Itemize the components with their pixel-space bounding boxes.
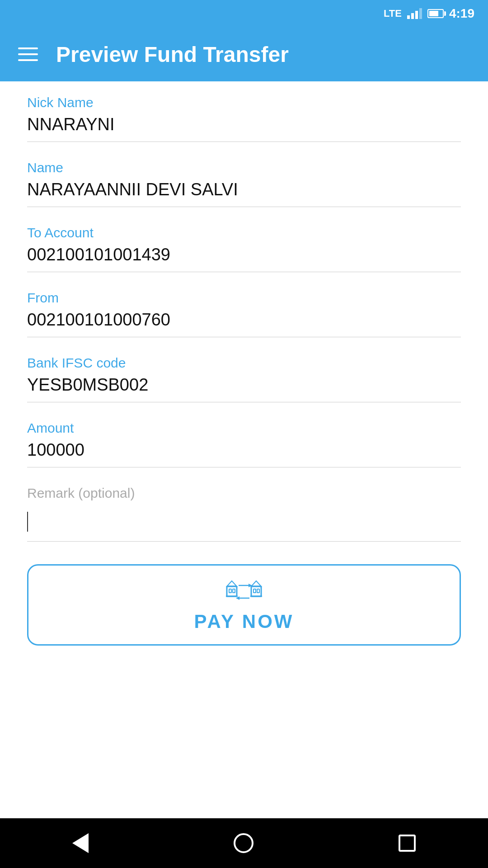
page-title: Preview Fund Transfer [56, 42, 289, 67]
signal-bar-2 [411, 13, 414, 19]
nav-back-button[interactable] [72, 833, 89, 853]
recents-icon [399, 835, 416, 852]
svg-rect-1 [229, 589, 231, 593]
bank-ifsc-field-group: Bank IFSC code YESB0MSB002 [27, 355, 461, 402]
amount-value: 100000 [27, 440, 461, 467]
nick-name-field-group: Nick Name NNARAYNI [27, 95, 461, 142]
remark-field-group: Remark (optional) [27, 486, 461, 542]
hamburger-menu-icon[interactable] [18, 47, 38, 61]
battery-fill [429, 11, 438, 16]
from-value: 002100101000760 [27, 310, 461, 337]
pay-now-button[interactable]: PAY NOW [27, 564, 461, 646]
main-content: Nick Name NNARAYNI Name NARAYAANNII DEVI… [0, 81, 488, 818]
nav-recents-button[interactable] [399, 835, 416, 852]
hamburger-line-1 [18, 47, 38, 49]
name-field-group: Name NARAYAANNII DEVI SALVI [27, 160, 461, 207]
signal-bars [407, 8, 422, 19]
signal-bar-1 [407, 15, 410, 19]
bottom-nav [0, 818, 488, 868]
nav-home-button[interactable] [234, 833, 253, 853]
home-icon [234, 833, 253, 853]
svg-rect-8 [257, 589, 259, 593]
svg-rect-7 [253, 589, 256, 593]
from-field-group: From 002100101000760 [27, 290, 461, 337]
from-label: From [27, 290, 461, 306]
app-bar: Preview Fund Transfer [0, 27, 488, 81]
signal-bar-4 [419, 8, 422, 19]
name-label: Name [27, 160, 461, 175]
signal-bar-3 [415, 11, 418, 19]
text-cursor [27, 512, 28, 532]
svg-rect-2 [233, 589, 235, 593]
hamburger-line-3 [18, 59, 38, 61]
nick-name-value: NNARAYNI [27, 115, 461, 142]
battery-icon [427, 9, 444, 18]
to-account-field-group: To Account 002100101001439 [27, 225, 461, 272]
remark-input[interactable] [27, 505, 461, 542]
fund-transfer-icon [226, 577, 262, 604]
name-value: NARAYAANNII DEVI SALVI [27, 180, 461, 207]
bank-ifsc-value: YESB0MSB002 [27, 375, 461, 402]
status-bar: LTE 4:19 [0, 0, 488, 27]
svg-marker-5 [227, 581, 237, 586]
pay-now-label: PAY NOW [194, 611, 294, 632]
amount-field-group: Amount 100000 [27, 420, 461, 467]
hamburger-line-2 [18, 53, 38, 55]
amount-label: Amount [27, 420, 461, 436]
lte-icon: LTE [384, 8, 402, 19]
to-account-label: To Account [27, 225, 461, 241]
back-icon [72, 833, 89, 853]
nick-name-label: Nick Name [27, 95, 461, 110]
time-display: 4:19 [449, 6, 474, 21]
remark-label: Remark (optional) [27, 486, 461, 501]
to-account-value: 002100101001439 [27, 245, 461, 272]
bank-ifsc-label: Bank IFSC code [27, 355, 461, 371]
svg-marker-11 [251, 581, 261, 586]
status-icons: LTE 4:19 [384, 6, 474, 21]
